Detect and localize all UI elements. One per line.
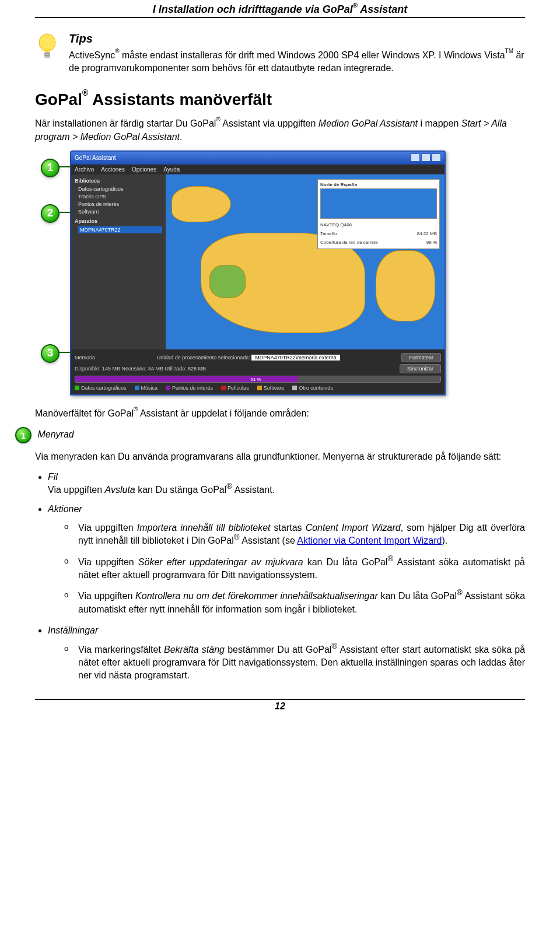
svg-point-0	[39, 34, 55, 51]
sub-aktioner-3: Via uppgiften Kontrollera nu om det före…	[64, 590, 525, 616]
areas-intro: Manöverfältet för GoPal® Assistant är up…	[35, 407, 525, 420]
sub-aktioner-1: Via uppgiften Importera innehåll till bi…	[64, 522, 525, 548]
callout-3: 3	[41, 344, 60, 363]
map-pane[interactable]: Norte de España NAVTEQ Q406 Tamaño84.22 …	[166, 174, 444, 349]
sidebar[interactable]: Biblioteca Datos cartográficos Tracks GP…	[71, 174, 166, 349]
section-heading: GoPal® Assistants manöverfält	[35, 90, 525, 109]
footer-rule	[35, 699, 525, 700]
header-rule	[35, 17, 525, 18]
tips-body: ActiveSync® måste endast installeras för…	[69, 49, 525, 74]
tips-heading: Tips	[69, 32, 525, 46]
window-controls[interactable]	[410, 153, 441, 163]
bullet-aktioner: Aktioner Via uppgiften Importera innehål…	[48, 503, 525, 617]
page-header: I Installation och idrifttagande via GoP…	[35, 0, 525, 16]
sub-aktioner-2: Via uppgiften Söker efter uppdateringar …	[64, 556, 525, 582]
callout-2: 2	[41, 204, 60, 223]
area-1-heading: 1 Menyrad	[15, 427, 525, 443]
bullet-installningar: Inställningar Via markeringsfältet Bekrä…	[48, 624, 525, 682]
sync-button[interactable]: Sincronizar	[400, 364, 441, 373]
menubar[interactable]: Archivo Acciones Opciones Ayuda	[71, 164, 444, 174]
svg-rect-1	[44, 52, 50, 58]
sub-installningar-1: Via markeringsfältet Bekräfta stäng best…	[64, 643, 525, 682]
callout-1: 1	[41, 159, 60, 177]
page-number: 12	[275, 701, 285, 711]
map-info-panel: Norte de España NAVTEQ Q406 Tamaño84.22 …	[317, 179, 440, 249]
app-window: GoPal Assistant Archivo Acciones Opcione…	[70, 150, 446, 396]
callout-badge-1: 1	[15, 427, 32, 443]
format-button[interactable]: Formatear	[401, 353, 441, 362]
lightbulb-icon	[35, 32, 60, 61]
link-content-import-wizard[interactable]: Aktioner via Content Import Wizard	[297, 536, 442, 545]
window-titlebar: GoPal Assistant	[71, 152, 444, 164]
section-intro: När installationen är färdig startar Du …	[35, 117, 525, 144]
bullet-fil: Fil Via uppgiften Avsluta kan Du stänga …	[48, 471, 525, 497]
screenshot-figure: 1 2 3 GoPal Assistant Archivo Acciones O…	[41, 150, 525, 396]
status-bar: Memoria Unidad de procesamiento seleccio…	[71, 349, 444, 394]
area-1-para: Via menyraden kan Du använda programvara…	[35, 450, 525, 463]
